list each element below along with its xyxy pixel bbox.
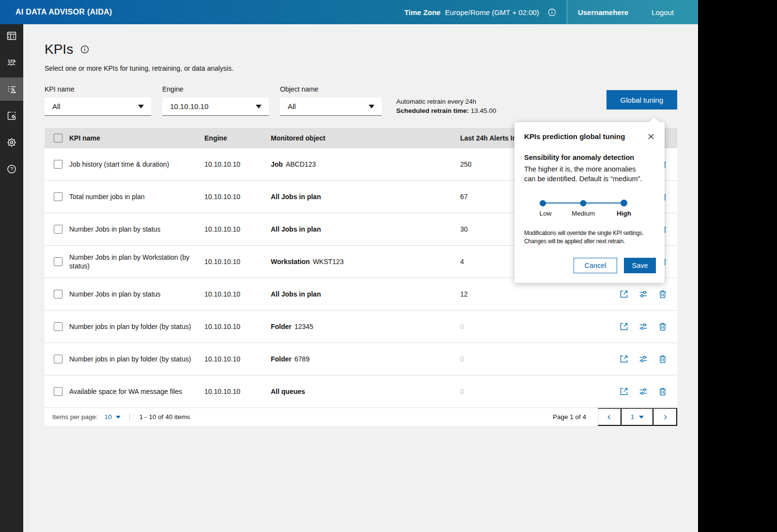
numbers-trend-icon: 123	[6, 57, 17, 68]
alerts-cell: 250	[460, 160, 518, 168]
pagination-bar: Items per page: 10 1 - 10 of 40 items Pa…	[45, 407, 677, 426]
application-window: AI DATA ADVISOR (AIDA) Time Zone Europe/…	[0, 0, 698, 532]
launch-icon	[620, 322, 628, 331]
page-number-select[interactable]: 1	[622, 408, 653, 426]
row-delete-button[interactable]	[658, 290, 667, 298]
row-open-button[interactable]	[620, 322, 628, 331]
sidebar-item-kpis[interactable]	[0, 78, 23, 101]
monitored-object-cell: All Jobs in plan	[271, 290, 460, 298]
chevron-down-icon	[369, 105, 374, 109]
slider-labels: Low Medium High	[524, 210, 656, 218]
row-tuning-button[interactable]	[639, 387, 648, 396]
row-delete-button[interactable]	[658, 387, 667, 396]
sidebar-item-data-trend[interactable]: 123	[0, 51, 23, 74]
global-tuning-button[interactable]: Global tuning	[606, 90, 677, 110]
kpi-name-cell: Total number jobs in plan	[69, 192, 204, 201]
slider-dot-low[interactable]	[540, 200, 546, 206]
description-line-1: The higher it is, the more anomalies	[524, 165, 656, 174]
chevron-down-icon	[138, 105, 144, 109]
engine-cell: 10.10.10.10	[204, 290, 271, 298]
kpi-name-cell: Job history (start time & duration)	[69, 160, 204, 169]
close-icon	[647, 133, 656, 141]
col-header-engine: Engine	[204, 134, 271, 142]
row-delete-button[interactable]	[658, 355, 667, 363]
sensibility-slider[interactable]	[543, 200, 624, 206]
alerts-cell: 12	[460, 290, 518, 298]
svg-text:?: ?	[10, 166, 13, 172]
select-all-checkbox[interactable]	[54, 134, 62, 142]
slider-handle-high[interactable]	[621, 200, 627, 206]
row-tuning-button[interactable]	[639, 322, 648, 331]
sidebar-item-help[interactable]: ?	[0, 157, 23, 181]
kpi-name-select[interactable]: All	[45, 97, 151, 116]
row-open-button[interactable]	[620, 290, 628, 298]
save-button[interactable]: Save	[624, 258, 656, 273]
engine-select-value: 10.10.10.10	[170, 102, 208, 110]
alerts-cell: 67	[460, 193, 518, 201]
row-checkbox[interactable]	[54, 160, 62, 169]
info-icon[interactable]	[80, 45, 89, 54]
filter-label-object-name: Object name	[280, 85, 382, 93]
col-header-alerts: Last 24h Alerts In	[460, 134, 518, 142]
object-name-select[interactable]: All	[280, 97, 382, 116]
row-open-button[interactable]	[620, 355, 628, 363]
kpi-name-cell: Number Jobs in plan by Workstation (by s…	[69, 253, 204, 270]
kpi-name-cell: Number Jobs in plan by status	[69, 225, 204, 234]
trash-icon	[658, 355, 667, 363]
row-tuning-button[interactable]	[639, 290, 648, 298]
global-tuning-popover: KPIs prediction global tuning Sensibilit…	[514, 122, 665, 283]
page-of-text: Page 1 of 4	[553, 408, 598, 426]
row-checkbox[interactable]	[54, 192, 62, 201]
slider-dot-medium[interactable]	[580, 200, 587, 206]
row-checkbox[interactable]	[54, 225, 62, 234]
info-icon[interactable]	[548, 8, 556, 16]
engine-select[interactable]: 10.10.10.10	[162, 97, 269, 116]
row-checkbox[interactable]	[54, 387, 62, 396]
filter-label-engine: Engine	[162, 85, 269, 93]
row-checkbox[interactable]	[54, 322, 62, 331]
cancel-button[interactable]: Cancel	[574, 258, 617, 273]
note-line-2: Changes will be applied after next retra…	[524, 237, 656, 246]
items-per-page-select[interactable]: 10	[105, 413, 121, 421]
settings-adjust-icon	[639, 322, 648, 331]
timezone-group: Time Zone Europe/Rome (GMT + 02:00)	[404, 0, 567, 24]
slider-label-high: High	[617, 210, 631, 217]
previous-page-button[interactable]	[598, 408, 622, 426]
engine-cell: 10.10.10.10	[204, 193, 271, 201]
next-page-button[interactable]	[653, 408, 677, 426]
app-window-icon	[6, 30, 17, 42]
col-header-kpi-name: KPI name	[69, 134, 204, 142]
sidebar-item-settings[interactable]	[0, 131, 23, 154]
sidebar-item-dashboard[interactable]	[0, 24, 23, 47]
monitored-object-cell: Folder12345	[271, 323, 460, 330]
username[interactable]: Usernamehere	[578, 8, 628, 16]
page-number-value: 1	[631, 413, 634, 421]
chevron-down-icon	[256, 105, 262, 109]
sidebar-item-engine-config[interactable]	[0, 104, 23, 127]
monitored-object-cell: JobABCD123	[271, 160, 460, 168]
retrain-info: Automatic retrain every 24h Scheduled re…	[396, 97, 496, 116]
close-button[interactable]	[647, 132, 656, 141]
row-open-button[interactable]	[620, 387, 628, 396]
chevron-right-icon	[661, 413, 669, 421]
retrain-line1: Automatic retrain every 24h	[396, 97, 496, 106]
table-row: Available space for WA message files 10.…	[45, 375, 677, 407]
sensibility-title: Sensibility for anomaly detection	[524, 154, 656, 161]
filter-label-kpi-name: KPI name	[45, 85, 151, 93]
alerts-cell: 0	[460, 388, 518, 395]
items-per-page-label: Items per page:	[52, 413, 98, 421]
timezone-value: Europe/Rome (GMT + 02:00)	[445, 8, 539, 16]
retrain-time: 13.45.00	[471, 107, 497, 114]
page-title: KPIs	[45, 42, 73, 57]
object-name-select-value: All	[288, 102, 296, 110]
alerts-cell: 0	[460, 323, 518, 330]
items-per-page-value: 10	[105, 413, 112, 421]
row-checkbox[interactable]	[54, 355, 62, 363]
row-tuning-button[interactable]	[639, 355, 648, 363]
engine-cell: 10.10.10.10	[204, 388, 271, 395]
row-delete-button[interactable]	[658, 322, 667, 331]
popover-title: KPIs prediction global tuning	[524, 132, 625, 141]
row-checkbox[interactable]	[54, 257, 62, 266]
row-checkbox[interactable]	[54, 290, 62, 298]
logout-button[interactable]: Logout	[652, 8, 674, 16]
